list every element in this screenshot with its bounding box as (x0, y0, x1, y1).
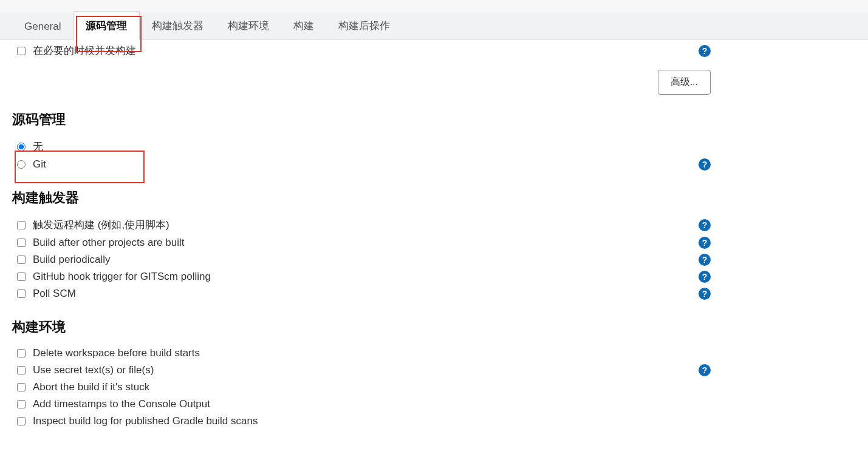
trigger-row-2: Build periodically ? (12, 251, 711, 268)
scm-git-highlight-annotation (15, 151, 145, 183)
scm-section-title: 源码管理 (12, 110, 711, 129)
advanced-button[interactable]: 高级... (658, 70, 711, 95)
env-row-3: Add timestamps to the Console Output (12, 396, 711, 413)
env-abort-label: Abort the build if it's stuck (33, 381, 711, 393)
trigger-periodic-label: Build periodically (33, 254, 699, 266)
tab-triggers[interactable]: 构建触发器 (140, 12, 216, 39)
env-timestamps-checkbox[interactable] (17, 400, 26, 408)
help-icon[interactable]: ? (699, 254, 711, 266)
env-delete-ws-label: Delete workspace before build starts (33, 347, 711, 359)
tabbar: General 源码管理 构建触发器 构建环境 构建 构建后操作 (0, 12, 868, 40)
trigger-github-label: GitHub hook trigger for GITScm polling (33, 271, 699, 283)
env-secret-label: Use secret text(s) or file(s) (33, 364, 699, 376)
concurrent-build-checkbox[interactable] (17, 47, 26, 55)
help-icon[interactable]: ? (699, 45, 711, 57)
env-delete-ws-checkbox[interactable] (17, 349, 26, 357)
help-icon[interactable]: ? (699, 158, 711, 171)
env-gradle-checkbox[interactable] (17, 417, 26, 425)
scm-none-radio[interactable] (17, 143, 26, 151)
env-row-1: Use secret text(s) or file(s) ? (12, 362, 711, 379)
advanced-button-wrap: 高级... (12, 70, 711, 95)
trigger-row-0: 触发远程构建 (例如,使用脚本) ? (12, 215, 711, 234)
tab-highlight-annotation (76, 16, 142, 52)
help-icon[interactable]: ? (699, 271, 711, 283)
help-icon[interactable]: ? (699, 364, 711, 376)
tab-env[interactable]: 构建环境 (216, 12, 281, 39)
top-spacer (0, 0, 868, 12)
content-area: 在必要的时候并发构建 ? 高级... 源码管理 无 Git ? 构建触发器 触发… (0, 41, 723, 448)
trigger-after-checkbox[interactable] (17, 239, 26, 247)
trigger-after-label: Build after other projects are built (33, 237, 699, 249)
trigger-row-3: GitHub hook trigger for GITScm polling ? (12, 268, 711, 285)
help-icon[interactable]: ? (699, 237, 711, 249)
trigger-remote-checkbox[interactable] (17, 221, 26, 229)
env-secret-checkbox[interactable] (17, 366, 26, 374)
env-row-0: Delete workspace before build starts (12, 345, 711, 362)
trigger-row-1: Build after other projects are built ? (12, 234, 711, 251)
trigger-pollscm-checkbox[interactable] (17, 289, 26, 298)
trigger-remote-label: 触发远程构建 (例如,使用脚本) (33, 218, 699, 232)
trigger-github-checkbox[interactable] (17, 273, 26, 281)
tab-post[interactable]: 构建后操作 (326, 12, 402, 39)
tab-general[interactable]: General (12, 13, 73, 39)
trigger-row-4: Poll SCM ? (12, 285, 711, 302)
env-row-4: Inspect build log for published Gradle b… (12, 413, 711, 430)
env-row-2: Abort the build if it's stuck (12, 379, 711, 396)
env-abort-checkbox[interactable] (17, 383, 26, 391)
env-timestamps-label: Add timestamps to the Console Output (33, 398, 711, 410)
help-icon[interactable]: ? (699, 219, 711, 231)
tab-build[interactable]: 构建 (281, 12, 326, 39)
trigger-pollscm-label: Poll SCM (33, 288, 699, 300)
trigger-periodic-checkbox[interactable] (17, 256, 26, 264)
triggers-section-title: 构建触发器 (12, 189, 711, 207)
env-section-title: 构建环境 (12, 318, 711, 336)
help-icon[interactable]: ? (699, 288, 711, 300)
env-gradle-label: Inspect build log for published Gradle b… (33, 415, 711, 427)
